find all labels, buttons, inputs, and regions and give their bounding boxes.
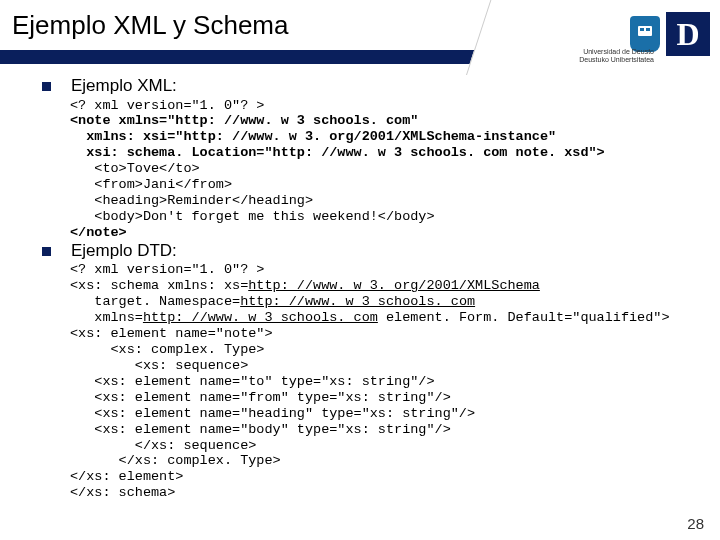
bullet-icon xyxy=(42,247,51,256)
shield-icon xyxy=(630,16,660,52)
svg-rect-2 xyxy=(646,28,650,31)
logo-line1: Universidad de Deusto xyxy=(583,48,654,55)
bullet-dtd-label: Ejemplo DTD: xyxy=(71,241,177,261)
code-block-xml: <? xml version="1. 0"? > <note xmlns="ht… xyxy=(70,98,690,241)
logo-letter-icon: D xyxy=(666,12,710,56)
bullet-icon xyxy=(42,82,51,91)
title-underline xyxy=(0,50,505,64)
bullet-xml-label: Ejemplo XML: xyxy=(71,76,177,96)
logo-line2: Deustuko Unibertsitatea xyxy=(579,56,654,63)
code-block-dtd: <? xml version="1. 0"? > <xs: schema xml… xyxy=(70,262,690,501)
university-logo: Universidad de Deusto Deustuko Unibertsi… xyxy=(515,6,710,62)
page-number: 28 xyxy=(687,515,704,532)
svg-rect-1 xyxy=(640,28,644,31)
